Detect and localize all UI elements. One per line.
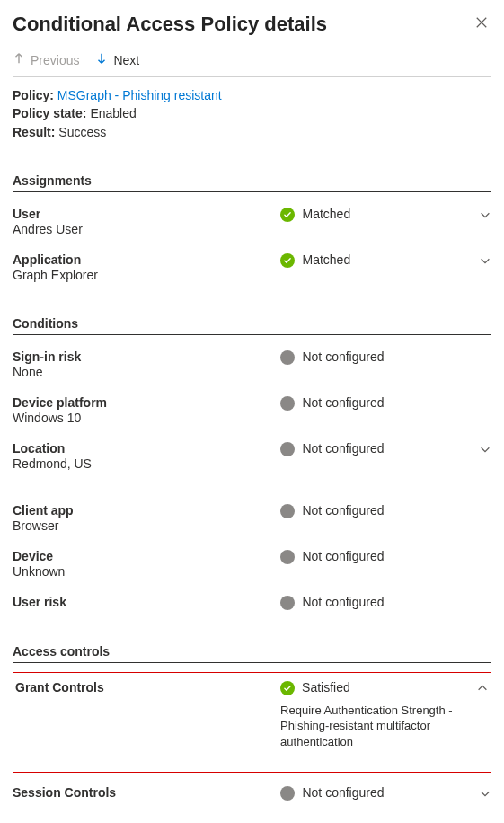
meta-result: Result: Success xyxy=(13,123,491,141)
grant-controls-detail-right: Require Authentication Strength - Phishi… xyxy=(280,703,489,750)
assignment-user-left: User Andres User xyxy=(13,207,280,236)
session-controls-status-text: Not configured xyxy=(302,785,384,800)
check-circle-icon xyxy=(280,253,295,268)
assignment-user[interactable]: User Andres User Matched xyxy=(13,201,491,247)
meta-state: Policy state: Enabled xyxy=(13,104,491,122)
grant-controls-status-text: Satisfied xyxy=(302,680,350,695)
condition-location-title: Location xyxy=(13,441,280,456)
condition-user-risk-title: User risk xyxy=(13,595,280,609)
dot-icon xyxy=(280,350,295,365)
condition-client-app-value: Browser xyxy=(13,518,280,533)
next-button[interactable]: Next xyxy=(95,52,139,67)
meta-result-value: Success xyxy=(58,125,106,139)
grant-controls-status: Satisfied xyxy=(280,680,467,695)
condition-client-app-status: Not configured xyxy=(280,503,491,518)
spacer xyxy=(13,482,491,498)
condition-signin-risk-status-text: Not configured xyxy=(302,350,384,364)
condition-device-platform-right: Not configured xyxy=(280,395,491,411)
dot-icon xyxy=(280,504,295,518)
assignment-application-status: Matched xyxy=(280,252,470,268)
grant-controls-highlight: Grant Controls Satisfied Require Authent… xyxy=(13,672,491,773)
meta-result-label: Result: xyxy=(13,125,55,139)
previous-button: Previous xyxy=(13,52,79,67)
condition-client-app: Client app Browser Not configured xyxy=(13,498,491,544)
condition-signin-risk-right: Not configured xyxy=(280,350,491,365)
section-heading-access-controls: Access controls xyxy=(13,644,491,663)
arrow-down-icon xyxy=(95,52,108,67)
dot-icon xyxy=(280,596,295,610)
check-circle-icon xyxy=(280,208,295,222)
condition-location-status: Not configured xyxy=(280,441,470,456)
grant-controls-title: Grant Controls xyxy=(15,680,280,695)
section-assignments: Assignments User Andres User Matched App… xyxy=(13,173,491,293)
condition-location-status-text: Not configured xyxy=(302,441,384,456)
condition-device-platform-status: Not configured xyxy=(280,395,491,411)
assignment-user-status: Matched xyxy=(280,207,470,222)
condition-user-risk-left: User risk xyxy=(13,595,280,609)
section-access-controls: Access controls xyxy=(13,644,491,663)
chevron-down-icon xyxy=(479,208,491,221)
assignment-application-left: Application Graph Explorer xyxy=(13,252,280,282)
condition-device-platform-left: Device platform Windows 10 xyxy=(13,395,280,425)
assignment-application-status-text: Matched xyxy=(302,252,350,267)
meta-policy-label: Policy: xyxy=(13,88,54,102)
grant-controls-status-wrap: Satisfied xyxy=(302,680,350,695)
condition-signin-risk-left: Sign-in risk None xyxy=(13,350,280,379)
condition-device-right: Not configured xyxy=(280,549,491,564)
session-controls[interactable]: Session Controls Not configured xyxy=(13,780,491,811)
arrow-up-icon xyxy=(13,52,25,67)
session-controls-right: Not configured xyxy=(280,785,491,801)
meta-state-value: Enabled xyxy=(90,106,136,120)
assignment-application-title: Application xyxy=(13,252,280,267)
condition-signin-risk-status: Not configured xyxy=(280,350,491,365)
assignment-user-title: User xyxy=(13,207,280,221)
dot-icon xyxy=(280,786,295,801)
assignment-application[interactable]: Application Graph Explorer Matched xyxy=(13,247,491,293)
session-controls-status: Not configured xyxy=(280,785,470,801)
condition-user-risk: User risk Not configured xyxy=(13,589,491,621)
grant-controls-left: Grant Controls xyxy=(15,680,280,695)
section-heading-assignments: Assignments xyxy=(13,173,491,192)
panel-header: Conditional Access Policy details xyxy=(13,13,491,36)
condition-device-status-text: Not configured xyxy=(302,549,384,563)
condition-client-app-title: Client app xyxy=(13,503,280,518)
condition-device-platform-value: Windows 10 xyxy=(13,411,280,425)
session-controls-left: Session Controls xyxy=(13,785,280,800)
condition-device-left: Device Unknown xyxy=(13,549,280,579)
meta-policy: Policy: MSGraph - Phishing resistant xyxy=(13,86,491,104)
section-heading-conditions: Conditions xyxy=(13,316,491,335)
session-controls-title: Session Controls xyxy=(13,785,280,800)
grant-controls[interactable]: Grant Controls Satisfied xyxy=(15,675,489,703)
condition-client-app-right: Not configured xyxy=(280,503,491,518)
previous-label: Previous xyxy=(31,53,79,67)
chevron-up-icon xyxy=(476,682,489,695)
condition-device-platform-title: Device platform xyxy=(13,395,280,410)
condition-client-app-status-text: Not configured xyxy=(302,503,384,518)
condition-signin-risk: Sign-in risk None Not configured xyxy=(13,344,491,390)
condition-device-platform: Device platform Windows 10 Not configure… xyxy=(13,390,491,436)
policy-link[interactable]: MSGraph - Phishing resistant xyxy=(57,88,222,102)
assignment-application-value: Graph Explorer xyxy=(13,268,280,282)
condition-client-app-left: Client app Browser xyxy=(13,503,280,533)
chevron-down-icon xyxy=(479,254,491,267)
next-label: Next xyxy=(113,53,139,67)
policy-meta: Policy: MSGraph - Phishing resistant Pol… xyxy=(13,86,491,141)
close-button[interactable] xyxy=(472,13,491,35)
condition-location-right: Not configured xyxy=(280,441,491,456)
condition-location[interactable]: Location Redmond, US Not configured xyxy=(13,436,491,482)
condition-location-value: Redmond, US xyxy=(13,456,280,471)
dot-icon xyxy=(280,396,295,411)
condition-device-status: Not configured xyxy=(280,549,491,564)
condition-location-left: Location Redmond, US xyxy=(13,441,280,471)
close-icon xyxy=(475,16,488,31)
section-conditions: Conditions Sign-in risk None Not configu… xyxy=(13,316,491,621)
chevron-down-icon xyxy=(479,787,491,800)
nav-row: Previous Next xyxy=(13,52,491,77)
grant-controls-detail-cell: Require Authentication Strength - Phishi… xyxy=(280,703,467,750)
condition-user-risk-status-text: Not configured xyxy=(302,595,384,609)
condition-signin-risk-value: None xyxy=(13,365,280,379)
condition-user-risk-right: Not configured xyxy=(280,595,491,610)
condition-user-risk-status: Not configured xyxy=(280,595,491,610)
condition-device-platform-status-text: Not configured xyxy=(302,395,384,410)
condition-signin-risk-title: Sign-in risk xyxy=(13,350,280,364)
